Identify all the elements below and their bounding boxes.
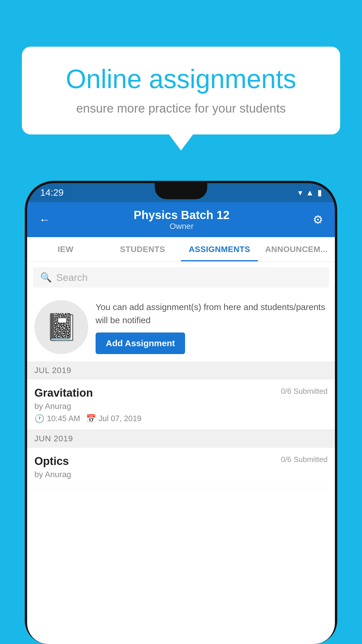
tab-assignments[interactable]: ASSIGNMENTS: [181, 237, 258, 261]
assignment-item-optics[interactable]: Optics 0/6 Submitted by Anurag: [27, 448, 335, 488]
assignment-title: Gravitation: [34, 387, 93, 399]
signal-icon: ▲: [306, 188, 314, 197]
tabs: IEW STUDENTS ASSIGNMENTS ANNOUNCEM...: [27, 237, 335, 262]
back-button[interactable]: ←: [39, 213, 50, 226]
assignment-submitted-optics: 0/6 Submitted: [281, 455, 328, 464]
promo-icon-circle: 📓: [34, 300, 88, 354]
search-bar-container: 🔍 Search: [27, 262, 335, 293]
promo-text-area: You can add assignment(s) from here and …: [96, 300, 328, 354]
search-placeholder: Search: [56, 272, 88, 283]
meta-date: 📅 Jul 07, 2019: [86, 414, 141, 424]
add-assignment-button[interactable]: Add Assignment: [96, 332, 185, 354]
notch: [155, 183, 207, 199]
section-label-jun: JUN 2019: [34, 434, 73, 443]
status-icons: ▾ ▲ ▮: [298, 188, 322, 197]
section-jul-2019: JUL 2019: [27, 361, 335, 379]
promo-section: 📓 You can add assignment(s) from here an…: [27, 293, 335, 361]
header-title: Physics Batch 12 Owner: [133, 209, 229, 231]
battery-icon: ▮: [317, 188, 322, 197]
speech-bubble-container: Online assignments ensure more practice …: [22, 47, 340, 134]
tab-students[interactable]: STUDENTS: [104, 237, 181, 261]
speech-bubble: Online assignments ensure more practice …: [22, 47, 340, 134]
phone-inner: 14:29 ▾ ▲ ▮ ← Physics Batch 12 Owner ⚙ I…: [27, 183, 335, 644]
speech-bubble-subtitle: ensure more practice for your students: [42, 102, 320, 116]
header-title-main: Physics Batch 12: [133, 209, 229, 222]
status-time: 14:29: [40, 187, 64, 198]
section-jun-2019: JUN 2019: [27, 430, 335, 448]
assignment-meta: 🕐 10:45 AM 📅 Jul 07, 2019: [34, 414, 328, 424]
settings-button[interactable]: ⚙: [313, 213, 323, 226]
wifi-icon: ▾: [298, 188, 302, 197]
assignment-item-gravitation[interactable]: Gravitation 0/6 Submitted by Anurag 🕐 10…: [27, 379, 335, 430]
assignment-header: Gravitation 0/6 Submitted: [34, 387, 328, 399]
calendar-icon: 📅: [86, 414, 96, 424]
phone-frame: 14:29 ▾ ▲ ▮ ← Physics Batch 12 Owner ⚙ I…: [25, 181, 337, 644]
tab-iew[interactable]: IEW: [27, 237, 104, 261]
phone-screen: 🔍 Search 📓 You can add assignment(s) fro…: [27, 262, 335, 644]
assignment-submitted: 0/6 Submitted: [281, 387, 328, 396]
section-label-jul: JUL 2019: [34, 366, 71, 375]
assignment-author-optics: by Anurag: [34, 470, 328, 479]
notebook-icon: 📓: [45, 312, 78, 342]
meta-time: 🕐 10:45 AM: [34, 414, 80, 424]
tab-announcements[interactable]: ANNOUNCEM...: [258, 237, 335, 261]
assignment-date: Jul 07, 2019: [99, 414, 141, 423]
clock-icon: 🕐: [34, 414, 45, 424]
search-bar[interactable]: 🔍 Search: [33, 267, 329, 288]
status-bar: 14:29 ▾ ▲ ▮: [27, 183, 335, 202]
speech-bubble-title: Online assignments: [42, 64, 320, 94]
search-icon: 🔍: [40, 272, 52, 283]
assignment-title-optics: Optics: [34, 455, 69, 468]
assignment-author: by Anurag: [34, 402, 328, 411]
assignment-header-optics: Optics 0/6 Submitted: [34, 455, 328, 468]
app-header: ← Physics Batch 12 Owner ⚙: [27, 202, 335, 237]
header-title-subtitle: Owner: [133, 222, 229, 231]
promo-description: You can add assignment(s) from here and …: [96, 300, 328, 327]
assignment-time: 10:45 AM: [47, 414, 80, 423]
